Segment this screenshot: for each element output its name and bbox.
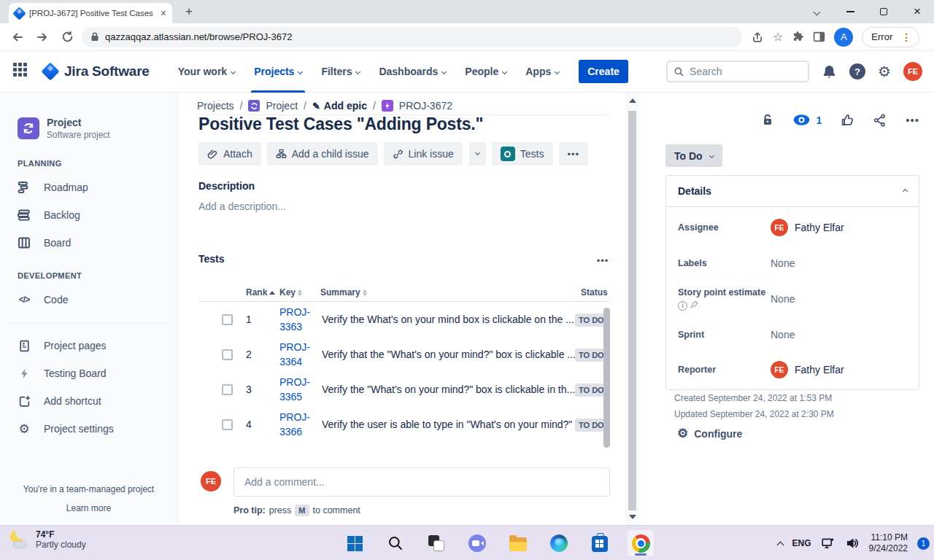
tray-expand-icon[interactable] [776, 541, 784, 548]
breadcrumb-add-epic[interactable]: ✎ Add epic [312, 100, 367, 112]
file-explorer-button[interactable] [505, 530, 531, 556]
chrome-button[interactable] [628, 530, 654, 556]
issue-key-link[interactable]: PROJ-3366 [279, 410, 316, 439]
tab-close-icon[interactable]: × [161, 8, 166, 18]
field-reporter[interactable]: Reporter FEFathy Elfar [666, 350, 919, 389]
attach-button[interactable]: Attach [198, 142, 261, 166]
store-button[interactable] [587, 530, 613, 556]
clock[interactable]: 11:10 PM 9/24/2022 [869, 532, 908, 554]
sidebar-item-backlog[interactable]: Backlog [0, 201, 177, 229]
sidebar-item-testing-board[interactable]: Testing Board [0, 359, 177, 387]
sidebar-item-project-settings[interactable]: ⚙ Project settings [0, 415, 177, 443]
error-button[interactable]: Error ⋮ [862, 27, 919, 47]
breadcrumb-project[interactable]: Project [266, 100, 298, 112]
column-key[interactable]: Key [279, 287, 320, 298]
reload-icon[interactable] [57, 27, 77, 47]
search-input[interactable] [690, 66, 792, 77]
sidebar-item-project-pages[interactable]: Project pages [0, 332, 177, 359]
issue-title[interactable]: Positive Test Cases "Adding Posts." [198, 114, 483, 134]
bookmark-star-icon[interactable]: ☆ [773, 30, 783, 44]
user-avatar[interactable]: FE [903, 62, 922, 81]
breadcrumb-projects[interactable]: Projects [197, 100, 234, 112]
taskbar-search-button[interactable] [382, 530, 409, 556]
table-scrollbar[interactable] [603, 308, 610, 448]
thumbs-up-icon[interactable] [841, 113, 854, 127]
nav-dashboards[interactable]: Dashboards [376, 51, 449, 93]
app-switcher-icon[interactable] [13, 63, 31, 80]
column-status[interactable]: Status [581, 287, 610, 298]
nav-apps[interactable]: Apps [522, 51, 562, 93]
link-issue-dropdown-chevron[interactable] [469, 142, 486, 166]
field-story-points[interactable]: Story point estimate i None [666, 279, 919, 319]
status-badge[interactable]: TO DO [575, 349, 608, 362]
row-checkbox[interactable] [222, 419, 233, 430]
back-icon[interactable] [7, 27, 28, 47]
nav-people[interactable]: People [462, 51, 509, 93]
sidebar-item-roadmap[interactable]: Roadmap [0, 174, 177, 201]
issue-key-link[interactable]: PROJ- [279, 452, 316, 453]
field-labels[interactable]: Labels None [666, 248, 919, 279]
volume-icon[interactable] [845, 536, 860, 551]
project-header[interactable]: Project Software project [0, 117, 177, 140]
details-header[interactable]: Details [666, 176, 919, 207]
description-placeholder[interactable]: Add a description... [198, 201, 286, 212]
notifications-bell-icon[interactable] [822, 64, 837, 79]
main-scrollbar[interactable] [625, 93, 639, 525]
sidebar-item-add-shortcut[interactable]: Add shortcut [0, 387, 177, 415]
issue-key-link[interactable]: PROJ-3363 [279, 305, 316, 334]
language-indicator[interactable]: ENG [792, 538, 811, 548]
browser-tab[interactable]: [PROJ-3672] Positive Test Cases " × [9, 3, 172, 23]
weather-widget[interactable]: 74°F Partly cloudy [9, 529, 86, 550]
learn-more-link[interactable]: Learn more [0, 503, 177, 513]
chrome-profile-avatar[interactable]: A [834, 28, 853, 47]
toolbar-more-button[interactable]: ••• [559, 142, 589, 166]
network-icon[interactable] [821, 536, 835, 551]
status-dropdown[interactable]: To Do [665, 144, 722, 167]
address-bar[interactable]: qazzaqqaz.atlassian.net/browse/PROJ-3672 [82, 27, 742, 47]
side-panel-icon[interactable] [813, 31, 825, 43]
start-button[interactable] [341, 530, 368, 556]
column-rank[interactable]: Rank [246, 287, 279, 298]
column-summary[interactable]: Summary [320, 287, 581, 298]
new-tab-button[interactable]: + [185, 4, 193, 19]
notification-badge[interactable]: 1 [917, 537, 930, 550]
settings-gear-icon[interactable]: ⚙ [878, 64, 891, 79]
link-issue-button[interactable]: Link issue [384, 142, 463, 166]
comment-input[interactable] [234, 467, 610, 497]
share-icon[interactable] [873, 114, 887, 127]
nav-your-work[interactable]: Your work [175, 51, 238, 93]
tests-button[interactable]: Tests [492, 142, 553, 166]
panel-more-button[interactable]: ••• [906, 114, 919, 126]
tests-more-button[interactable]: ••• [591, 252, 614, 269]
create-button[interactable]: Create [579, 60, 628, 83]
field-sprint[interactable]: Sprint None [666, 319, 919, 350]
close-button[interactable]: × [900, 0, 934, 23]
issue-key-link[interactable]: PROJ-3365 [279, 375, 316, 404]
row-checkbox[interactable] [222, 314, 233, 325]
brand-title[interactable]: Jira Software [64, 63, 150, 79]
status-badge[interactable]: TO DO [575, 314, 608, 327]
nav-filters[interactable]: Filters [318, 51, 363, 93]
status-badge[interactable]: TO DO [575, 419, 608, 432]
status-badge[interactable]: TO DO [575, 384, 608, 397]
info-icon[interactable]: i [678, 301, 687, 311]
watch-control[interactable]: 1 [793, 114, 822, 126]
row-checkbox[interactable] [222, 349, 233, 360]
issue-key-link[interactable]: PROJ-3364 [279, 340, 316, 369]
field-assignee[interactable]: Assignee FEFathy Elfar [666, 207, 919, 248]
extensions-puzzle-icon[interactable] [792, 31, 804, 43]
task-view-button[interactable] [423, 530, 449, 556]
share-icon[interactable] [751, 31, 764, 44]
row-checkbox[interactable] [222, 384, 233, 395]
forward-icon[interactable] [32, 27, 53, 47]
add-child-issue-button[interactable]: Add a child issue [267, 142, 378, 166]
edge-button[interactable] [546, 530, 572, 556]
help-icon[interactable]: ? [849, 63, 865, 79]
global-search[interactable] [666, 61, 809, 82]
breadcrumb-issue-key[interactable]: PROJ-3672 [399, 100, 452, 112]
lock-open-icon[interactable] [761, 113, 774, 127]
window-menu-button[interactable] [800, 0, 833, 23]
nav-projects[interactable]: Projects [251, 51, 305, 93]
configure-button[interactable]: ⚙ Configure [677, 427, 742, 440]
chat-button[interactable] [464, 530, 490, 556]
